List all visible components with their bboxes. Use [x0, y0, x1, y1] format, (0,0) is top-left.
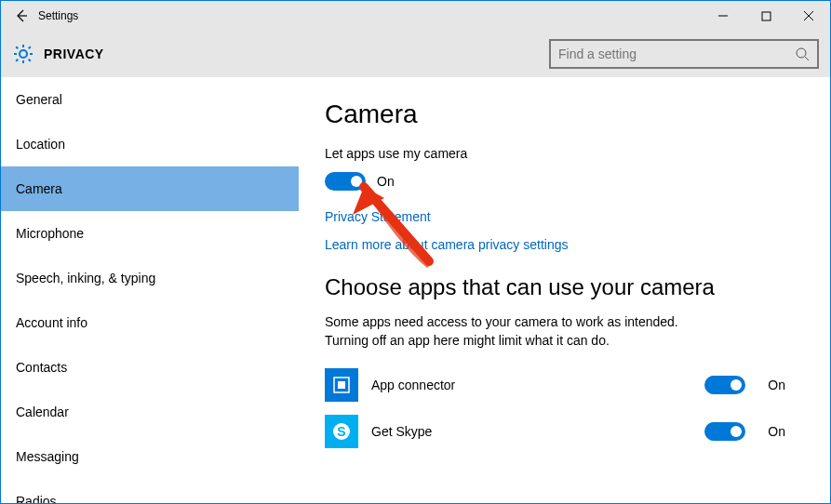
sidebar-item-contacts[interactable]: Contacts — [1, 345, 299, 390]
sidebar-item-label: Calendar — [16, 405, 69, 419]
minimize-icon — [717, 10, 729, 21]
sidebar-item-label: Account info — [16, 315, 87, 330]
sidebar-item-messaging[interactable]: Messaging — [1, 434, 299, 479]
title-bar: Settings — [1, 1, 830, 31]
sidebar-item-label: Microphone — [16, 226, 84, 241]
sidebar-item-location[interactable]: Location — [1, 122, 299, 166]
app-toggle[interactable] — [704, 376, 745, 394]
app-toggle[interactable] — [704, 422, 745, 441]
master-toggle[interactable] — [325, 172, 366, 191]
maximize-icon — [761, 11, 771, 21]
search-box[interactable] — [549, 39, 819, 69]
sidebar-item-general[interactable]: General — [1, 77, 299, 122]
skype-icon: S — [325, 415, 358, 448]
sidebar-item-microphone[interactable]: Microphone — [1, 211, 299, 256]
gear-icon — [12, 43, 34, 65]
app-row: App connector On — [325, 368, 804, 402]
app-name: App connector — [371, 378, 704, 392]
sidebar-item-label: Location — [16, 137, 65, 152]
sidebar-item-account-info[interactable]: Account info — [1, 300, 299, 345]
app-toggle-state: On — [768, 378, 785, 392]
minimize-button[interactable] — [702, 1, 744, 31]
apps-section-desc: Some apps need access to your camera to … — [325, 313, 725, 350]
master-toggle-row: On — [325, 172, 804, 191]
apps-section-title: Choose apps that can use your camera — [325, 274, 804, 300]
svg-text:S: S — [337, 424, 345, 439]
svg-point-4 — [797, 48, 806, 58]
app-toggle-state: On — [768, 424, 785, 439]
sidebar-item-radios[interactable]: Radios — [1, 479, 299, 504]
window-controls — [702, 1, 830, 31]
arrow-left-icon — [14, 8, 29, 23]
svg-rect-7 — [338, 381, 345, 389]
category-title: PRIVACY — [44, 46, 104, 61]
learn-more-link[interactable]: Learn more about camera privacy settings — [325, 237, 804, 252]
sidebar-item-calendar[interactable]: Calendar — [1, 390, 299, 434]
sidebar-item-camera[interactable]: Camera — [1, 166, 299, 211]
toggle-knob — [730, 426, 742, 437]
maximize-button[interactable] — [744, 1, 787, 31]
content-pane: Camera Let apps use my camera On Privacy… — [299, 77, 830, 504]
search-icon — [795, 46, 810, 61]
app-name: Get Skype — [371, 424, 704, 439]
sidebar-item-label: Speech, inking, & typing — [16, 271, 155, 285]
close-button[interactable] — [787, 1, 830, 31]
svg-rect-1 — [762, 12, 771, 20]
header-bar: PRIVACY — [1, 31, 830, 77]
master-toggle-caption: Let apps use my camera — [325, 146, 804, 161]
sidebar-item-speech-inking-typing[interactable]: Speech, inking, & typing — [1, 256, 299, 300]
sidebar-item-label: Messaging — [16, 449, 79, 464]
app-row: S Get Skype On — [325, 415, 804, 448]
window-title: Settings — [38, 9, 78, 22]
sidebar-item-label: Contacts — [16, 360, 67, 375]
toggle-knob — [730, 379, 742, 391]
page-title: Camera — [325, 99, 804, 129]
sidebar: General Location Camera Microphone Speec… — [1, 77, 299, 504]
sidebar-item-label: Camera — [16, 181, 62, 196]
app-connector-icon — [325, 368, 358, 402]
close-icon — [803, 10, 814, 21]
master-toggle-state: On — [377, 174, 395, 189]
privacy-statement-link[interactable]: Privacy Statement — [325, 209, 804, 224]
toggle-knob — [351, 176, 362, 187]
sidebar-item-label: Radios — [16, 494, 57, 504]
search-input[interactable] — [558, 46, 795, 61]
back-button[interactable] — [8, 3, 34, 29]
svg-line-5 — [805, 57, 809, 60]
sidebar-item-label: General — [16, 92, 62, 107]
